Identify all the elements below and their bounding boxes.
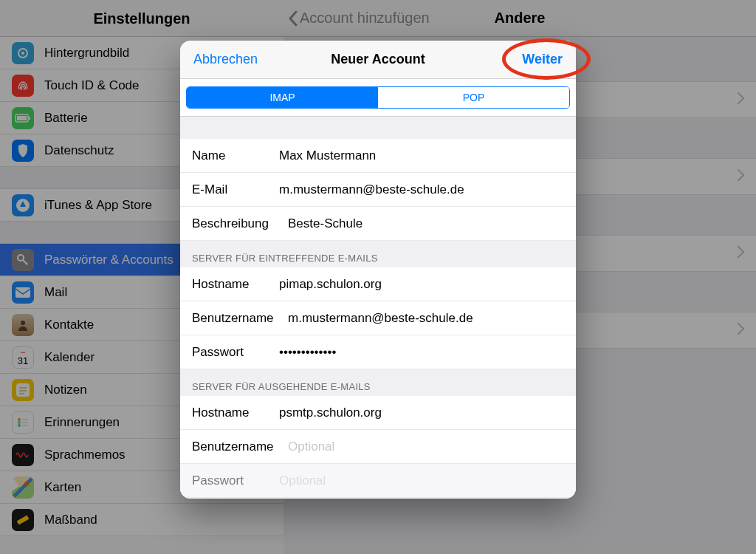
segment-pop[interactable]: POP: [378, 87, 569, 108]
modal-body: IMAP POP Name Max Mustermann E-Mail m.mu…: [180, 79, 576, 499]
field-incoming-password[interactable]: Passwort •••••••••••••: [180, 335, 576, 369]
field-outgoing-hostname[interactable]: Hostname psmtp.schulon.org: [180, 396, 576, 430]
field-label: Hostname: [192, 406, 279, 420]
protocol-segment-control: IMAP POP: [180, 79, 576, 117]
cancel-button[interactable]: Abbrechen: [193, 52, 258, 67]
field-label: Passwort: [192, 345, 279, 360]
outgoing-server-header: Server für ausgehende E-Mails: [180, 369, 576, 396]
field-value[interactable]: Max Mustermann: [279, 148, 564, 163]
field-email[interactable]: E-Mail m.mustermann@beste-schule.de: [180, 173, 576, 207]
segment-imap[interactable]: IMAP: [187, 87, 378, 108]
field-label: Beschreibung: [192, 216, 288, 231]
field-label: Benutzername: [192, 440, 288, 454]
field-label: Name: [192, 148, 279, 163]
new-account-modal: Abbrechen Neuer Account Weiter IMAP POP …: [180, 41, 576, 499]
field-label: Passwort: [192, 473, 279, 488]
incoming-server-header: Server für eintreffende E-Mails: [180, 241, 576, 267]
field-placeholder[interactable]: Optional: [288, 440, 564, 454]
field-value[interactable]: psmtp.schulon.org: [279, 406, 564, 420]
field-description[interactable]: Beschreibung Beste-Schule: [180, 207, 576, 241]
field-name[interactable]: Name Max Mustermann: [180, 139, 576, 173]
field-incoming-username[interactable]: Benutzername m.mustermann@beste-schule.d…: [180, 301, 576, 335]
field-incoming-hostname[interactable]: Hostname pimap.schulon.org: [180, 267, 576, 301]
field-outgoing-password[interactable]: Passwort Optional: [180, 464, 576, 498]
field-value[interactable]: m.mustermann@beste-schule.de: [279, 182, 564, 197]
field-label: Benutzername: [192, 311, 288, 326]
field-value[interactable]: Beste-Schule: [288, 216, 564, 231]
field-value[interactable]: •••••••••••••: [279, 345, 564, 360]
field-label: Hostname: [192, 277, 279, 292]
field-value[interactable]: pimap.schulon.org: [279, 277, 564, 292]
field-label: E-Mail: [192, 182, 279, 197]
field-value[interactable]: m.mustermann@beste-schule.de: [288, 311, 564, 326]
field-placeholder[interactable]: Optional: [279, 473, 564, 488]
field-outgoing-username[interactable]: Benutzername Optional: [180, 430, 576, 464]
next-button[interactable]: Weiter: [522, 52, 563, 67]
modal-header: Abbrechen Neuer Account Weiter: [180, 41, 576, 79]
